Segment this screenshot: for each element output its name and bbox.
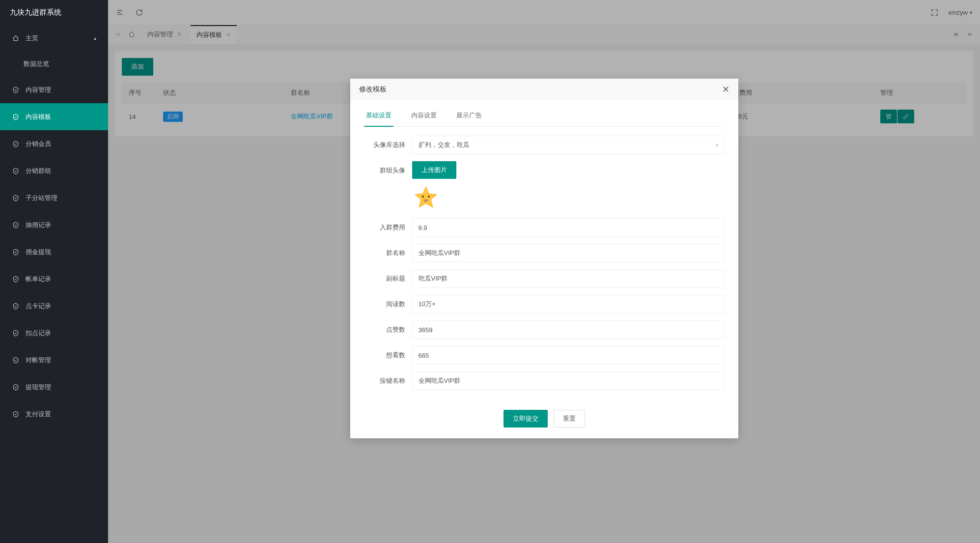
chevron-down-icon: ▾ <box>716 143 718 148</box>
sidebar: 九块九进群系统 主页 ▴ 数据总览 内容管理 内容模板 <box>0 0 108 543</box>
label-button-name: 按键名称 <box>364 376 412 385</box>
submit-button[interactable]: 立即提交 <box>504 410 548 428</box>
nav-data-overview[interactable]: 数据总览 <box>0 52 108 76</box>
reset-button[interactable]: 重置 <box>554 410 585 428</box>
label-want-count: 想看数 <box>364 351 412 360</box>
label-join-fee: 入群费用 <box>364 223 412 232</box>
shield-check-icon <box>12 86 20 94</box>
modal-tab-content[interactable]: 内容设置 <box>409 111 439 126</box>
shield-check-icon <box>12 248 20 256</box>
modal-body: 基础设置 内容设置 展示广告 头像库选择 扩列，交友，吃瓜 ▾ <box>350 100 738 402</box>
nav-home-label: 主页 <box>26 34 38 43</box>
shield-check-icon <box>12 113 20 121</box>
label-subtitle: 副标题 <box>364 274 412 283</box>
main-area: xmzyw ▾ 内容管理 ✕ 内容模板 ✕ <box>108 0 980 543</box>
avatar-preview <box>412 184 440 211</box>
chevron-up-icon: ▴ <box>94 35 96 41</box>
shield-check-icon <box>12 329 20 337</box>
nav-withdraw-mgmt[interactable]: 提现管理 <box>0 373 108 400</box>
modal-overlay[interactable]: 修改模板 ✕ 基础设置 内容设置 展示广告 头像库选择 扩列，交友，吃瓜 <box>108 0 980 543</box>
nav-substation[interactable]: 子分站管理 <box>0 184 108 211</box>
shield-check-icon <box>12 275 20 283</box>
nav-commission-withdraw[interactable]: 佣金提现 <box>0 238 108 265</box>
select-value: 扩列，交友，吃瓜 <box>419 141 470 149</box>
shield-check-icon <box>12 356 20 364</box>
home-icon <box>12 34 20 42</box>
svg-point-4 <box>428 196 430 198</box>
nav-home[interactable]: 主页 ▴ <box>0 25 108 52</box>
nav-dist-group[interactable]: 分销群组 <box>0 157 108 184</box>
modal-tab-basic[interactable]: 基础设置 <box>364 111 393 127</box>
group-name-input[interactable] <box>412 244 725 262</box>
nav-reconcile[interactable]: 对帐管理 <box>0 346 108 373</box>
nav-payment-settings[interactable]: 支付设置 <box>0 400 108 428</box>
modal-title: 修改模板 <box>359 85 387 94</box>
modal-tab-ads[interactable]: 展示广告 <box>454 111 484 126</box>
avatar-lib-select[interactable]: 扩列，交友，吃瓜 ▾ <box>412 136 725 154</box>
nav-card-record[interactable]: 点卡记录 <box>0 292 108 319</box>
shield-check-icon <box>12 167 20 175</box>
svg-point-3 <box>422 196 424 198</box>
nav-menu: 主页 ▴ 数据总览 内容管理 内容模板 分销会员 分销群组 <box>0 25 108 543</box>
svg-point-5 <box>423 199 428 202</box>
nav-content-tpl[interactable]: 内容模板 <box>0 103 108 130</box>
edit-template-modal: 修改模板 ✕ 基础设置 内容设置 展示广告 头像库选择 扩列，交友，吃瓜 <box>350 79 738 438</box>
modal-footer: 立即提交 重置 <box>350 402 738 438</box>
label-avatar-lib: 头像库选择 <box>364 141 412 149</box>
want-count-input[interactable] <box>412 346 725 365</box>
label-read-count: 阅读数 <box>364 300 412 309</box>
modal-tabs: 基础设置 内容设置 展示广告 <box>364 111 725 127</box>
subtitle-input[interactable] <box>412 269 725 288</box>
modal-header: 修改模板 ✕ <box>350 79 738 100</box>
shield-check-icon <box>12 302 20 310</box>
nav-commission-record[interactable]: 抽佣记录 <box>0 211 108 238</box>
star-emoji-icon <box>413 185 439 210</box>
app-logo: 九块九进群系统 <box>0 0 108 25</box>
read-count-input[interactable] <box>412 295 725 314</box>
shield-check-icon <box>12 194 20 202</box>
label-like-count: 点赞数 <box>364 325 412 334</box>
shield-check-icon <box>12 410 20 418</box>
join-fee-input[interactable] <box>412 218 725 237</box>
upload-image-button[interactable]: 上传图片 <box>412 161 456 179</box>
like-count-input[interactable] <box>412 320 725 339</box>
label-group-name: 群名称 <box>364 249 412 257</box>
shield-check-icon <box>12 383 20 391</box>
nav-bill-record[interactable]: 帐单记录 <box>0 265 108 292</box>
button-name-input[interactable] <box>412 372 725 390</box>
nav-deduct-record[interactable]: 扣点记录 <box>0 319 108 346</box>
shield-check-icon <box>12 140 20 148</box>
shield-check-icon <box>12 221 20 229</box>
nav-content-mgmt[interactable]: 内容管理 <box>0 76 108 103</box>
nav-dist-member[interactable]: 分销会员 <box>0 130 108 157</box>
modal-close-icon[interactable]: ✕ <box>722 84 729 95</box>
label-group-avatar: 群组头像 <box>364 161 412 175</box>
